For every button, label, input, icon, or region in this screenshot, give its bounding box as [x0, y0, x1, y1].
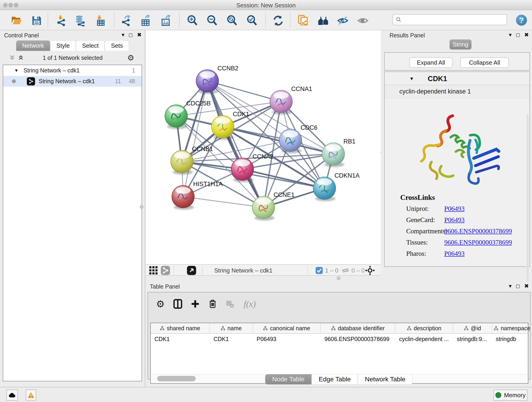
tab-sets[interactable]: Sets: [105, 40, 129, 51]
table-hscrollbar-thumb[interactable]: [157, 376, 196, 381]
zoom-fit-icon[interactable]: [226, 14, 239, 27]
memory-button[interactable]: Memory: [494, 390, 527, 401]
refresh-icon[interactable]: [272, 14, 285, 27]
delete-column-trash-icon[interactable]: [207, 298, 219, 310]
fit-content-crosshair-icon[interactable]: [365, 266, 375, 275]
import-network-file-icon[interactable]: [55, 14, 68, 27]
import-table-file-icon[interactable]: [94, 14, 107, 27]
tab-edge-table[interactable]: Edge Table: [312, 374, 358, 385]
table-cell[interactable]: stringdb:9...: [453, 334, 492, 344]
results-scrollbar[interactable]: [527, 114, 529, 307]
control-panel-close-icon[interactable]: ✖: [137, 32, 142, 38]
export-network-icon[interactable]: [120, 14, 133, 27]
network-view-title: String Network – cdk1: [214, 267, 272, 274]
results-panel-menu-icon[interactable]: ▾: [509, 32, 512, 38]
table-cell[interactable]: CDK1: [151, 334, 210, 344]
column-header--id[interactable]: @id: [453, 323, 492, 333]
control-panel-float-icon[interactable]: ▢: [128, 32, 133, 38]
gene-collapse-icon[interactable]: ▼: [409, 76, 414, 81]
network-edge-CCNB2-HIST1H1A[interactable]: [183, 81, 207, 197]
expand-all-button[interactable]: Expand All: [409, 57, 452, 68]
export-image-icon[interactable]: [159, 14, 172, 27]
collection-expand-icon[interactable]: ▼: [14, 68, 19, 73]
show-all-eye-icon[interactable]: [356, 14, 369, 27]
birdseye-view-icon[interactable]: [187, 266, 196, 275]
network-node-CCNA1[interactable]: CCNA1: [270, 85, 312, 115]
show-columns-icon[interactable]: [172, 298, 184, 310]
save-session-icon[interactable]: [30, 14, 43, 27]
table-cell[interactable]: P06493: [253, 334, 321, 344]
tab-network-table[interactable]: Network Table: [358, 374, 413, 385]
results-panel-float-icon[interactable]: ▢: [516, 32, 520, 38]
crosslink-link[interactable]: P06493: [444, 205, 465, 212]
network-collection-row[interactable]: ▼ String Network – cdk1 1: [3, 65, 142, 76]
import-network-database-icon[interactable]: [74, 14, 87, 27]
network-node-HIST1H1A[interactable]: HIST1H1A: [172, 181, 223, 210]
crosslinks-title: CrossLinks: [400, 193, 523, 202]
table-row[interactable]: CDK1CDK1P064939606.ENSP00000378699cyclin…: [151, 334, 528, 344]
horizontal-splitter-handle[interactable]: [337, 276, 341, 280]
new-network-from-selection-icon[interactable]: [297, 14, 309, 27]
results-panel-close-icon[interactable]: ✖: [524, 32, 529, 38]
zoom-out-icon[interactable]: [206, 14, 219, 27]
column-header-canonical-name[interactable]: canonical name: [253, 323, 321, 333]
tab-style[interactable]: Style: [50, 40, 76, 51]
network-share-icon[interactable]: [161, 266, 170, 275]
table-cell[interactable]: 9606.ENSP00000378699: [321, 334, 395, 344]
network-node-RB1[interactable]: RB1: [322, 138, 355, 167]
network-node-CDK1[interactable]: CDK1: [211, 111, 249, 140]
window-titlebar: Session: New Session: [0, 0, 532, 10]
zoom-selected-icon[interactable]: [246, 14, 259, 27]
crosslink-row: Pharos: P06493: [400, 250, 523, 257]
string-home-icon[interactable]: [317, 14, 330, 27]
network-graph[interactable]: CCNB2CCNA1CDC25BCDK1CDC6RB1CCNB1CCNA2CDK…: [146, 30, 381, 264]
left-splitter-handle[interactable]: [140, 205, 143, 209]
search-input[interactable]: [402, 17, 500, 23]
hide-selected-eye-icon[interactable]: [336, 14, 349, 27]
table-cell[interactable]: cyclin-dependent ...: [395, 334, 453, 344]
network-row-selected[interactable]: String Network – cdk1 11 48: [3, 76, 142, 87]
column-header-namespace[interactable]: namespace: [492, 323, 532, 333]
collapse-all-button[interactable]: Collapse All: [460, 57, 509, 68]
crosslink-link[interactable]: 9606.ENSP00000378699: [444, 239, 512, 246]
node-label-CDKN1A: CDKN1A: [335, 172, 360, 179]
crosslink-link[interactable]: P06493: [444, 250, 465, 257]
export-table-icon[interactable]: [139, 14, 152, 27]
network-edge-CCNE1-HIST1H1A[interactable]: [183, 197, 264, 207]
search-field[interactable]: [393, 14, 507, 25]
column-header-shared-name[interactable]: shared name: [151, 323, 210, 333]
tab-select[interactable]: Select: [76, 40, 105, 51]
network-canvas[interactable]: CCNB2CCNA1CDC25BCDK1CDC6RB1CCNB1CCNA2CDK…: [146, 30, 381, 264]
tab-string[interactable]: String: [450, 39, 472, 50]
open-session-icon[interactable]: [10, 14, 23, 27]
table-cell[interactable]: stringdb: [492, 334, 532, 344]
cloud-status-icon[interactable]: [6, 390, 18, 401]
selected-checkbox-icon[interactable]: [315, 267, 323, 274]
table-cell[interactable]: CDK1: [210, 334, 253, 344]
grid-view-icon[interactable]: [149, 266, 158, 275]
crosslink-link[interactable]: 9606.ENSP00000378699: [444, 227, 512, 235]
node-label-CCNE1: CCNE1: [273, 191, 295, 198]
column-header-database-identifier[interactable]: database identifier: [321, 323, 395, 333]
tab-network[interactable]: Network: [16, 40, 50, 51]
table-panel-menu-icon[interactable]: ▾: [509, 283, 512, 289]
node-label-CCNA2: CCNA2: [253, 153, 273, 160]
table-panel-close-icon[interactable]: ✖: [524, 283, 529, 289]
zoom-in-icon[interactable]: [186, 14, 199, 27]
network-edge-CCNB2-CCNE1[interactable]: [207, 81, 264, 207]
warning-status-icon[interactable]: [26, 390, 36, 401]
add-column-icon[interactable]: [189, 298, 201, 310]
crosslink-link[interactable]: P06493: [444, 216, 465, 224]
table-options-gear-icon[interactable]: ⚙: [154, 298, 166, 310]
network-options-gear-icon[interactable]: ⚙: [127, 53, 134, 62]
window-title: Session: New Session: [0, 2, 532, 9]
table-panel-title: Table Panel: [150, 283, 180, 290]
help-icon[interactable]: ?: [516, 15, 527, 26]
column-header-description[interactable]: description: [395, 323, 453, 333]
network-node-CDKN1A[interactable]: CDKN1A: [313, 172, 360, 201]
control-panel-menu-icon[interactable]: ▾: [122, 32, 124, 38]
table-panel-float-icon[interactable]: ▢: [516, 283, 520, 289]
network-edge-CCNA2-CDKN1A[interactable]: [242, 169, 324, 188]
column-header-name[interactable]: name: [210, 323, 253, 333]
tab-node-table[interactable]: Node Table: [265, 374, 312, 385]
